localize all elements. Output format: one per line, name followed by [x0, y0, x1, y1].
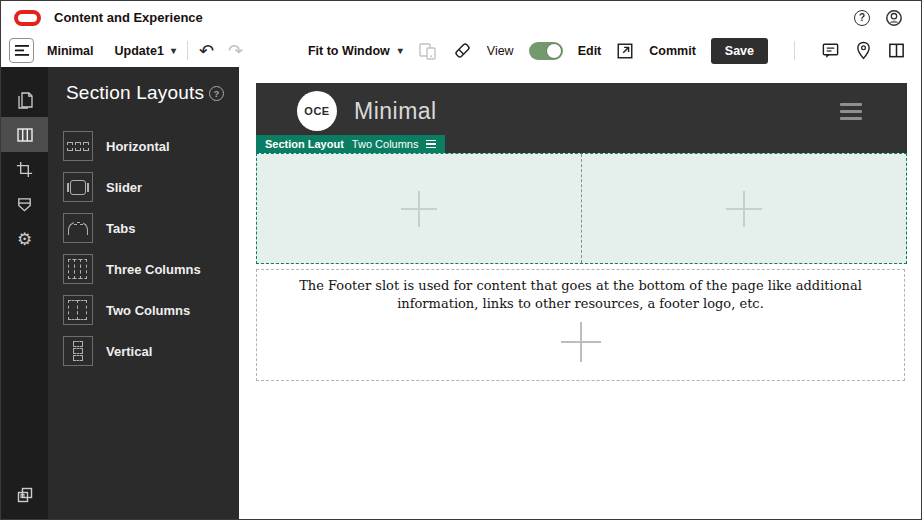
side-panel-icon[interactable]	[887, 41, 906, 60]
page-canvas: OCE Minimal Section Layout Two Columns T…	[239, 67, 921, 519]
zoom-dropdown[interactable]: Fit to Window ▾	[308, 44, 403, 58]
zoom-label: Fit to Window	[308, 44, 390, 58]
rail-item-section-layouts[interactable]	[1, 117, 48, 152]
tabs-layout-icon	[63, 213, 93, 243]
hamburger-menu-button[interactable]	[9, 38, 34, 63]
help-icon[interactable]: ?	[854, 10, 870, 26]
theme-icon	[15, 195, 34, 214]
app-window: Content and Experience ? Minimal Update1	[0, 0, 922, 520]
layout-item-label: Horizontal	[106, 139, 170, 154]
vertical-layout-icon	[63, 336, 93, 366]
rail-item-background[interactable]	[1, 485, 48, 505]
chevron-down-icon: ▾	[171, 46, 176, 56]
section-layouts-panel: Section Layouts ? Horizontal Slider Ta	[48, 67, 239, 519]
layout-item-label: Vertical	[106, 344, 152, 359]
site-nav-menu-icon[interactable]	[840, 103, 862, 120]
rail-item-pages[interactable]	[1, 82, 48, 117]
toolbar-divider	[794, 41, 795, 60]
rail-item-settings[interactable]: ⚙	[1, 222, 48, 257]
footer-slot[interactable]: The Footer slot is used for content that…	[256, 269, 905, 381]
view-label: View	[487, 44, 514, 58]
rail-item-theme[interactable]	[1, 187, 48, 222]
layout-item-horizontal[interactable]: Horizontal	[63, 131, 231, 161]
open-preview-icon[interactable]	[616, 42, 634, 60]
pages-icon	[15, 90, 35, 110]
app-title: Content and Experience	[54, 10, 203, 25]
layout-item-label: Slider	[106, 180, 142, 195]
layout-item-tabs[interactable]: Tabs	[63, 213, 231, 243]
eraser-icon[interactable]	[453, 41, 472, 60]
horizontal-layout-icon	[63, 131, 93, 161]
site-logo: OCE	[297, 91, 337, 131]
tag-menu-icon[interactable]	[426, 140, 436, 149]
panel-title: Section Layouts	[66, 82, 204, 104]
undo-icon[interactable]: ↶	[199, 42, 214, 60]
builder-toolbar: Minimal Update1 ▾ ↶ ↷ Fit to Window ▾	[1, 34, 921, 67]
account-icon[interactable]	[885, 9, 903, 27]
section-layouts-icon	[15, 125, 35, 145]
panel-item-list: Horizontal Slider Tabs Three Columns	[63, 131, 231, 366]
rail-item-crop[interactable]	[1, 152, 48, 187]
view-edit-toggle[interactable]	[529, 42, 563, 60]
layout-item-label: Two Columns	[106, 303, 190, 318]
responsive-preview-icon	[418, 41, 438, 61]
two-columns-layout-icon	[63, 295, 93, 325]
topbar-actions: ?	[854, 9, 903, 27]
site-name-label: Minimal	[47, 44, 94, 58]
crop-icon	[15, 160, 34, 179]
save-button[interactable]: Save	[711, 38, 768, 64]
top-bar: Content and Experience ?	[1, 1, 921, 34]
commit-button[interactable]: Commit	[649, 44, 696, 58]
redo-icon: ↷	[228, 42, 243, 60]
two-columns-slot	[256, 153, 907, 264]
left-rail: ⚙	[1, 67, 48, 519]
toolbar-divider	[187, 41, 188, 60]
oracle-logo-icon	[14, 10, 41, 26]
layout-item-label: Three Columns	[106, 262, 201, 277]
location-pin-icon[interactable]	[855, 41, 872, 60]
footer-slot-description: The Footer slot is used for content that…	[267, 277, 894, 312]
section-layout-tag[interactable]: Section Layout Two Columns	[256, 135, 445, 153]
add-content-plus-icon[interactable]	[726, 191, 762, 227]
add-content-plus-icon[interactable]	[401, 191, 437, 227]
toolbar-right-group: Fit to Window ▾ View Edit	[308, 38, 906, 64]
site-title: Minimal	[354, 98, 437, 125]
column-drop-zone-left[interactable]	[257, 154, 581, 263]
panel-header: Section Layouts ?	[48, 67, 239, 104]
column-drop-zone-right[interactable]	[581, 154, 906, 263]
layout-item-three-columns[interactable]: Three Columns	[63, 254, 231, 284]
update-label: Update1	[115, 44, 164, 58]
layout-item-slider[interactable]: Slider	[63, 172, 231, 202]
panel-help-icon[interactable]: ?	[209, 86, 224, 101]
settings-icon: ⚙	[17, 231, 32, 248]
slider-layout-icon	[63, 172, 93, 202]
tag-type-label: Section Layout	[265, 138, 344, 150]
tag-name-label: Two Columns	[352, 138, 419, 150]
layout-item-label: Tabs	[106, 221, 135, 236]
toggle-knob	[546, 43, 562, 59]
three-columns-layout-icon	[63, 254, 93, 284]
chevron-down-icon: ▾	[398, 46, 403, 56]
add-content-plus-icon[interactable]	[561, 322, 601, 362]
layout-item-vertical[interactable]: Vertical	[63, 336, 231, 366]
layout-item-two-columns[interactable]: Two Columns	[63, 295, 231, 325]
background-icon	[15, 485, 35, 505]
update-dropdown[interactable]: Update1 ▾	[115, 44, 176, 58]
edit-label: Edit	[578, 44, 602, 58]
comments-icon[interactable]	[821, 41, 840, 60]
